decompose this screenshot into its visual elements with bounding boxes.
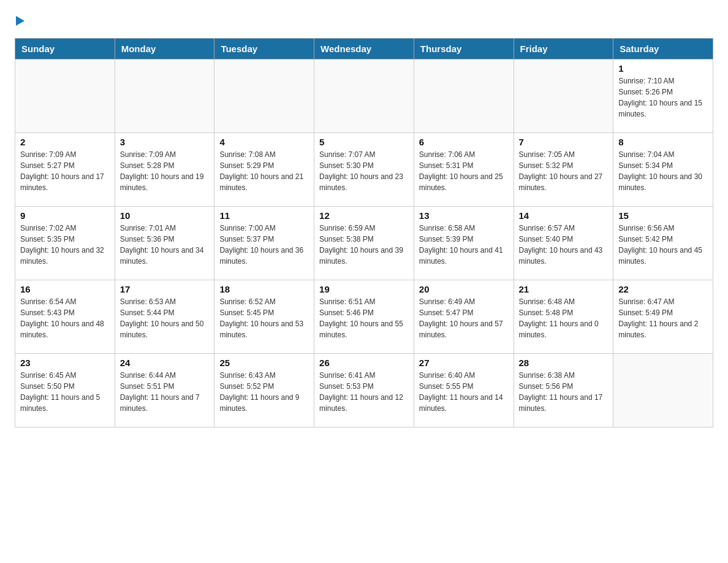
day-info: Sunrise: 6:51 AM Sunset: 5:46 PM Dayligh…	[319, 296, 409, 340]
week-row-5: 23Sunrise: 6:45 AM Sunset: 5:50 PM Dayli…	[15, 354, 713, 427]
calendar-cell	[514, 59, 613, 133]
calendar-cell	[314, 59, 414, 133]
calendar-table: SundayMondayTuesdayWednesdayThursdayFrid…	[15, 38, 713, 427]
week-row-1: 1Sunrise: 7:10 AM Sunset: 5:26 PM Daylig…	[15, 59, 713, 133]
calendar-cell: 27Sunrise: 6:40 AM Sunset: 5:55 PM Dayli…	[414, 354, 514, 427]
logo	[15, 15, 25, 28]
day-info: Sunrise: 6:56 AM Sunset: 5:42 PM Dayligh…	[618, 223, 708, 267]
calendar-cell: 14Sunrise: 6:57 AM Sunset: 5:40 PM Dayli…	[514, 207, 613, 280]
day-info: Sunrise: 6:47 AM Sunset: 5:49 PM Dayligh…	[618, 296, 708, 340]
weekday-header-monday: Monday	[115, 39, 214, 59]
day-info: Sunrise: 6:40 AM Sunset: 5:55 PM Dayligh…	[419, 370, 509, 414]
weekday-header-saturday: Saturday	[613, 39, 713, 59]
calendar-cell: 13Sunrise: 6:58 AM Sunset: 5:39 PM Dayli…	[414, 207, 514, 280]
day-info: Sunrise: 7:04 AM Sunset: 5:34 PM Dayligh…	[618, 149, 708, 193]
day-info: Sunrise: 7:09 AM Sunset: 5:27 PM Dayligh…	[20, 149, 110, 193]
calendar-cell	[15, 59, 115, 133]
calendar-cell: 1Sunrise: 7:10 AM Sunset: 5:26 PM Daylig…	[613, 59, 713, 133]
calendar-cell: 9Sunrise: 7:02 AM Sunset: 5:35 PM Daylig…	[15, 207, 115, 280]
weekday-header-sunday: Sunday	[15, 39, 115, 59]
day-info: Sunrise: 6:59 AM Sunset: 5:38 PM Dayligh…	[319, 223, 409, 267]
day-number: 24	[120, 358, 210, 368]
week-row-3: 9Sunrise: 7:02 AM Sunset: 5:35 PM Daylig…	[15, 207, 713, 280]
weekday-header-thursday: Thursday	[414, 39, 514, 59]
calendar-cell: 6Sunrise: 7:06 AM Sunset: 5:31 PM Daylig…	[414, 133, 514, 207]
day-info: Sunrise: 7:10 AM Sunset: 5:26 PM Dayligh…	[618, 75, 708, 120]
day-number: 5	[319, 137, 409, 147]
day-number: 9	[20, 210, 110, 221]
day-number: 25	[219, 358, 309, 368]
day-info: Sunrise: 6:58 AM Sunset: 5:39 PM Dayligh…	[419, 223, 509, 267]
day-number: 22	[618, 284, 708, 294]
day-number: 16	[20, 284, 110, 294]
weekday-header-wednesday: Wednesday	[314, 39, 414, 59]
day-number: 21	[519, 284, 609, 294]
day-number: 14	[519, 210, 609, 221]
calendar-cell: 26Sunrise: 6:41 AM Sunset: 5:53 PM Dayli…	[314, 354, 414, 427]
day-info: Sunrise: 6:53 AM Sunset: 5:44 PM Dayligh…	[120, 296, 210, 340]
day-number: 10	[120, 210, 210, 221]
calendar-cell: 11Sunrise: 7:00 AM Sunset: 5:37 PM Dayli…	[214, 207, 314, 280]
weekday-header-tuesday: Tuesday	[214, 39, 314, 59]
week-row-4: 16Sunrise: 6:54 AM Sunset: 5:43 PM Dayli…	[15, 280, 713, 354]
day-number: 11	[219, 210, 309, 221]
day-info: Sunrise: 6:57 AM Sunset: 5:40 PM Dayligh…	[519, 223, 609, 267]
calendar-cell: 19Sunrise: 6:51 AM Sunset: 5:46 PM Dayli…	[314, 280, 414, 354]
calendar-cell: 25Sunrise: 6:43 AM Sunset: 5:52 PM Dayli…	[214, 354, 314, 427]
calendar-cell: 16Sunrise: 6:54 AM Sunset: 5:43 PM Dayli…	[15, 280, 115, 354]
calendar-cell: 5Sunrise: 7:07 AM Sunset: 5:30 PM Daylig…	[314, 133, 414, 207]
day-number: 28	[519, 358, 609, 368]
day-info: Sunrise: 6:44 AM Sunset: 5:51 PM Dayligh…	[120, 370, 210, 414]
day-info: Sunrise: 6:54 AM Sunset: 5:43 PM Dayligh…	[20, 296, 110, 340]
calendar-cell: 8Sunrise: 7:04 AM Sunset: 5:34 PM Daylig…	[613, 133, 713, 207]
day-number: 7	[519, 137, 609, 147]
calendar-cell	[414, 59, 514, 133]
day-info: Sunrise: 6:45 AM Sunset: 5:50 PM Dayligh…	[20, 370, 110, 414]
day-info: Sunrise: 6:48 AM Sunset: 5:48 PM Dayligh…	[519, 296, 609, 340]
day-info: Sunrise: 7:02 AM Sunset: 5:35 PM Dayligh…	[20, 223, 110, 267]
day-info: Sunrise: 7:07 AM Sunset: 5:30 PM Dayligh…	[319, 149, 409, 193]
day-number: 19	[319, 284, 409, 294]
day-number: 2	[20, 137, 110, 147]
calendar-cell: 22Sunrise: 6:47 AM Sunset: 5:49 PM Dayli…	[613, 280, 713, 354]
calendar-cell: 23Sunrise: 6:45 AM Sunset: 5:50 PM Dayli…	[15, 354, 115, 427]
calendar-cell: 12Sunrise: 6:59 AM Sunset: 5:38 PM Dayli…	[314, 207, 414, 280]
day-number: 1	[618, 63, 708, 74]
day-number: 20	[419, 284, 509, 294]
day-number: 18	[219, 284, 309, 294]
day-info: Sunrise: 6:49 AM Sunset: 5:47 PM Dayligh…	[419, 296, 509, 340]
calendar-cell: 3Sunrise: 7:09 AM Sunset: 5:28 PM Daylig…	[115, 133, 214, 207]
calendar-cell	[613, 354, 713, 427]
day-info: Sunrise: 6:38 AM Sunset: 5:56 PM Dayligh…	[519, 370, 609, 414]
day-info: Sunrise: 6:52 AM Sunset: 5:45 PM Dayligh…	[219, 296, 309, 340]
day-number: 3	[120, 137, 210, 147]
calendar-cell	[214, 59, 314, 133]
calendar-cell: 20Sunrise: 6:49 AM Sunset: 5:47 PM Dayli…	[414, 280, 514, 354]
weekday-header-friday: Friday	[514, 39, 613, 59]
calendar-cell: 24Sunrise: 6:44 AM Sunset: 5:51 PM Dayli…	[115, 354, 214, 427]
day-number: 26	[319, 358, 409, 368]
calendar-cell: 28Sunrise: 6:38 AM Sunset: 5:56 PM Dayli…	[514, 354, 613, 427]
day-info: Sunrise: 7:01 AM Sunset: 5:36 PM Dayligh…	[120, 223, 210, 267]
day-number: 27	[419, 358, 509, 368]
day-info: Sunrise: 7:00 AM Sunset: 5:37 PM Dayligh…	[219, 223, 309, 267]
calendar-cell: 15Sunrise: 6:56 AM Sunset: 5:42 PM Dayli…	[613, 207, 713, 280]
day-number: 23	[20, 358, 110, 368]
day-number: 12	[319, 210, 409, 221]
calendar-cell: 17Sunrise: 6:53 AM Sunset: 5:44 PM Dayli…	[115, 280, 214, 354]
calendar-cell: 4Sunrise: 7:08 AM Sunset: 5:29 PM Daylig…	[214, 133, 314, 207]
day-info: Sunrise: 6:41 AM Sunset: 5:53 PM Dayligh…	[319, 370, 409, 414]
day-number: 6	[419, 137, 509, 147]
calendar-cell: 18Sunrise: 6:52 AM Sunset: 5:45 PM Dayli…	[214, 280, 314, 354]
day-number: 13	[419, 210, 509, 221]
week-row-2: 2Sunrise: 7:09 AM Sunset: 5:27 PM Daylig…	[15, 133, 713, 207]
day-info: Sunrise: 6:43 AM Sunset: 5:52 PM Dayligh…	[219, 370, 309, 414]
logo-arrow-icon	[16, 16, 25, 28]
day-number: 17	[120, 284, 210, 294]
calendar-cell: 7Sunrise: 7:05 AM Sunset: 5:32 PM Daylig…	[514, 133, 613, 207]
calendar-cell: 21Sunrise: 6:48 AM Sunset: 5:48 PM Dayli…	[514, 280, 613, 354]
day-number: 15	[618, 210, 708, 221]
page-header	[15, 15, 713, 28]
day-info: Sunrise: 7:08 AM Sunset: 5:29 PM Dayligh…	[219, 149, 309, 193]
calendar-cell: 10Sunrise: 7:01 AM Sunset: 5:36 PM Dayli…	[115, 207, 214, 280]
